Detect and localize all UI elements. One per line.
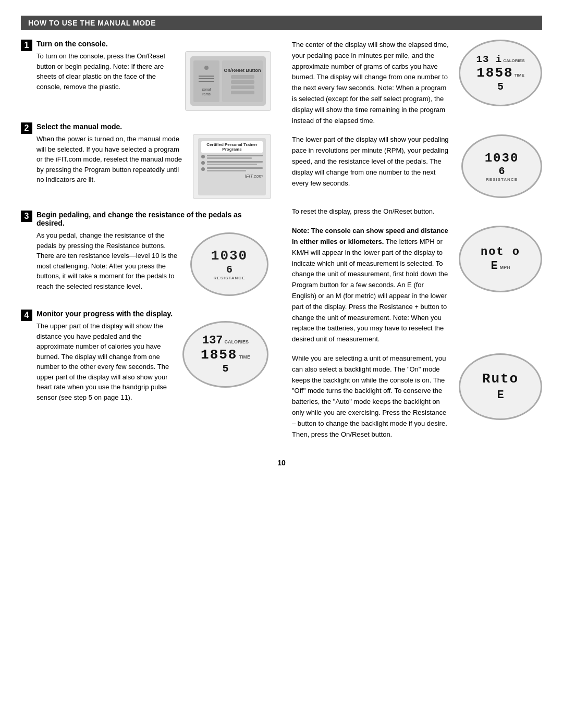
step-2-body: When the power is turned on, the manual … bbox=[36, 134, 271, 199]
main-content: 1 Turn on the console. To turn on the co… bbox=[21, 40, 542, 448]
right-display2-label: RESISTANCE bbox=[486, 177, 518, 182]
bottom-number: 5 bbox=[222, 363, 228, 375]
program-header: Certified Personal Trainer Programs bbox=[201, 141, 263, 153]
prog-dot bbox=[201, 167, 205, 171]
calorie-display-step4: 137 CALORIES 1858 TIME 5 bbox=[182, 321, 268, 388]
console-right-panel: On/Reset Button bbox=[222, 60, 263, 102]
program-rows bbox=[201, 155, 263, 171]
right-section-1: The center of the display will show the … bbox=[292, 40, 542, 126]
right-section-2: The lower part of the display will show … bbox=[292, 134, 542, 198]
resistance-top: 1030 bbox=[211, 248, 248, 264]
right-display-4: Ruto E bbox=[459, 353, 542, 440]
button-rows bbox=[231, 75, 254, 94]
prog-dot bbox=[201, 155, 205, 158]
step-2-image: Certified Personal Trainer Programs bbox=[193, 134, 271, 199]
right-para-1: The center of the display will show the … bbox=[292, 40, 449, 126]
console-lines bbox=[199, 76, 214, 82]
prog-bars bbox=[207, 161, 263, 165]
right-display2-bottom: 6 bbox=[498, 165, 505, 177]
step-2: 2 Select the manual mode. When the power… bbox=[21, 122, 271, 199]
prog-bars bbox=[207, 155, 263, 159]
step-2-content: Select the manual mode. When the power i… bbox=[36, 122, 271, 199]
console-line bbox=[199, 76, 214, 77]
prog-row-2 bbox=[201, 161, 263, 165]
console-illustration: sonalrams On/Reset Button bbox=[185, 51, 271, 111]
right-para-1-text: The center of the display will show the … bbox=[292, 41, 449, 125]
right-para-3-text: To reset the display, press the On/Reset… bbox=[292, 207, 435, 215]
prog-bar bbox=[207, 155, 263, 156]
step-4-text: The upper part of the display will show … bbox=[36, 321, 174, 402]
step-3-text: As you pedal, change the resistance of t… bbox=[36, 230, 180, 291]
resistance-label: RESISTANCE bbox=[214, 276, 246, 280]
button-row bbox=[231, 91, 254, 94]
right-display1-top-label: CALORIES bbox=[503, 58, 524, 63]
step-3: 3 Begin pedaling, and change the resista… bbox=[21, 211, 271, 298]
step-4-title: Monitor your progress with the display. bbox=[36, 310, 271, 318]
left-column: 1 Turn on the console. To turn on the co… bbox=[21, 40, 271, 448]
resistance-display-wrapper: 1030 6 RESISTANCE bbox=[188, 230, 271, 298]
program-panel-illustration: Certified Personal Trainer Programs bbox=[193, 134, 271, 199]
right-display1-mid: 1858 bbox=[476, 65, 513, 81]
prog-bars bbox=[207, 167, 263, 171]
prog-bar bbox=[207, 167, 263, 169]
right-column: The center of the display will show the … bbox=[292, 40, 542, 448]
step-4-number: 4 bbox=[21, 310, 32, 321]
right-calorie-display: 13 i CALORIES 1858 TIME 5 bbox=[459, 40, 542, 106]
section-title: HOW TO USE THE MANUAL MODE bbox=[28, 19, 156, 27]
step-2-title: Select the manual mode. bbox=[36, 122, 271, 131]
step-1: 1 Turn on the console. To turn on the co… bbox=[21, 40, 271, 111]
right-display-3: not o E MPH bbox=[459, 226, 542, 345]
step-1-title: Turn on the console. bbox=[36, 40, 271, 48]
prog-bar bbox=[207, 164, 257, 165]
right-display2-top: 1030 bbox=[485, 151, 519, 165]
ifit-label: iFIT.com bbox=[201, 174, 263, 179]
page-number: 10 bbox=[21, 459, 542, 467]
step-4-content: Monitor your progress with the display. … bbox=[36, 310, 271, 402]
prog-row-1 bbox=[201, 155, 263, 159]
right-display4-bottom: E bbox=[497, 389, 504, 402]
right-para-2-text: The lower part of the display will show … bbox=[292, 135, 449, 187]
right-section-3: Note: The console can show speed and dis… bbox=[292, 226, 542, 345]
prog-dot bbox=[201, 161, 205, 165]
step-2-number: 2 bbox=[21, 122, 32, 134]
resistance-display: 1030 6 RESISTANCE bbox=[190, 232, 268, 296]
prog-bar bbox=[207, 157, 252, 159]
right-display1-mid-label: TIME bbox=[515, 73, 524, 78]
circle-button bbox=[204, 66, 209, 70]
calorie-row-mid: 1858 TIME bbox=[201, 347, 250, 363]
step-3-number: 3 bbox=[21, 211, 32, 222]
right-display3-bottom: E bbox=[491, 260, 497, 273]
right-cal-top: 13 i CALORIES bbox=[476, 54, 525, 65]
button-row bbox=[231, 80, 254, 84]
right-section-4: While you are selecting a unit of measur… bbox=[292, 353, 542, 440]
step-1-image: sonalrams On/Reset Button bbox=[185, 51, 271, 111]
right-display4-top: Ruto bbox=[482, 371, 519, 387]
step-1-content: Turn on the console. To turn on the cons… bbox=[36, 40, 271, 111]
right-rpm-display: 1030 6 RESISTANCE bbox=[461, 134, 542, 198]
right-para-4-text: While you are selecting a unit of measur… bbox=[292, 354, 447, 438]
step-3-title: Begin pedaling, and change the resistanc… bbox=[36, 211, 271, 227]
prog-row-3 bbox=[201, 167, 263, 171]
right-display3-label: MPH bbox=[500, 265, 510, 270]
button-row bbox=[231, 75, 254, 79]
button-label: On/Reset Button bbox=[224, 68, 261, 73]
right-auto-display: Ruto E bbox=[459, 353, 542, 420]
right-note-text: The letters MPH or KM/H will appear in t… bbox=[292, 238, 448, 343]
right-para-2: The lower part of the display will show … bbox=[292, 134, 452, 198]
right-display1-bottom: 5 bbox=[497, 81, 504, 93]
right-display3-top: not o bbox=[481, 245, 520, 258]
right-cal-mid: 1858 TIME bbox=[476, 65, 524, 81]
program-panel: Certified Personal Trainer Programs bbox=[198, 138, 266, 195]
cal-label: CALORIES bbox=[225, 339, 249, 344]
step-3-content: Begin pedaling, and change the resistanc… bbox=[36, 211, 271, 298]
console-line bbox=[199, 81, 214, 82]
right-display-1: 13 i CALORIES 1858 TIME 5 bbox=[459, 40, 542, 126]
step-4: 4 Monitor your progress with the display… bbox=[21, 310, 271, 402]
resistance-bottom: 6 bbox=[226, 264, 232, 276]
console-label-personal: sonalrams bbox=[202, 88, 211, 96]
step-1-body: To turn on the console, press the On/Res… bbox=[36, 51, 271, 111]
step-1-text: To turn on the console, press the On/Res… bbox=[36, 51, 178, 92]
step-1-number: 1 bbox=[21, 40, 32, 51]
step-2-text: When the power is turned on, the manual … bbox=[36, 134, 186, 185]
console-line bbox=[199, 78, 214, 79]
